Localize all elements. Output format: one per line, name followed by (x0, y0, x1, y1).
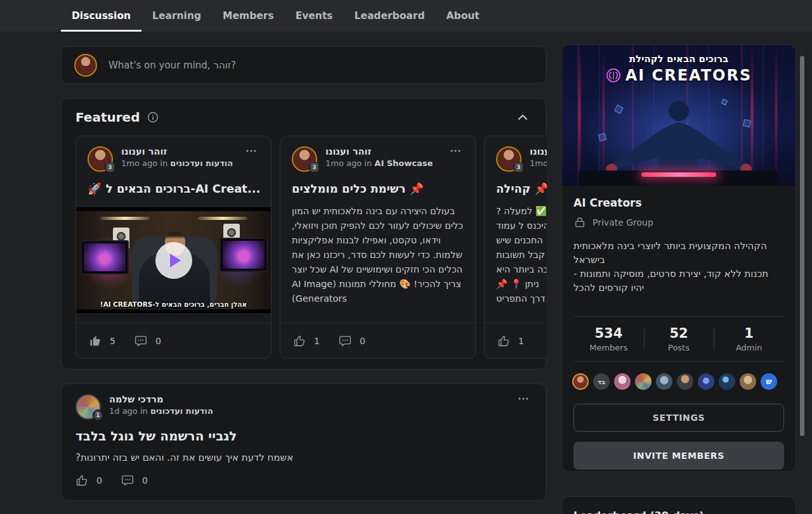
member-avatar[interactable] (635, 373, 652, 390)
like-count: 1 (518, 336, 524, 346)
post-body: אשמח לדעת איך עושים את זה. והאם יש בזה י… (75, 452, 532, 463)
member-avatars-row: בד ש (572, 373, 777, 390)
featured-post-card[interactable]: 3 זוהר וענונו 1mo ago in AI Showcase רשי… (280, 136, 476, 359)
category-link[interactable]: הודעות ועדכונים (150, 406, 213, 416)
tab-bar: Discussion Learning Members Events Leade… (0, 0, 812, 32)
stat-posts[interactable]: 52 Posts (644, 326, 714, 352)
group-cover-image: ברוכים הבאים לקהילת AI CREATORS (562, 45, 796, 186)
post-excerpt: ✅ למעלה ? היכנס ל עמוד התכנים שיש קבל תש… (485, 204, 547, 306)
tab-discussion[interactable]: Discussion (61, 0, 141, 32)
tab-label: Members (223, 10, 274, 22)
brain-logo-icon (606, 68, 621, 83)
like-count: 0 (96, 475, 102, 485)
tab-label: Events (296, 10, 333, 22)
cover-brand-text: AI CREATORS (625, 67, 752, 84)
group-info-card: ברוכים הבאים לקהילת AI CREATORS AI Creat… (561, 44, 796, 472)
post-meta: 1mo ago in הודעות ועדכונים (121, 158, 233, 168)
comment-button[interactable]: 0 (134, 335, 161, 347)
like-count: 5 (110, 336, 115, 346)
member-avatar[interactable] (740, 373, 756, 390)
post-title[interactable]: 🚀 ברוכים הבאים ל-AI Creat... (76, 182, 271, 195)
member-avatar[interactable]: ש (761, 373, 777, 390)
featured-title: Featured (75, 110, 140, 125)
collapse-chevron-icon[interactable] (515, 112, 530, 123)
lock-icon (573, 216, 586, 229)
tab-members[interactable]: Members (212, 0, 285, 32)
comment-button[interactable]: 0 (339, 335, 365, 347)
group-description: הקהילה המקצועית ביותר ליוצרי בינה מלאכות… (573, 239, 784, 295)
group-name: AI Creators (573, 196, 784, 209)
member-avatar[interactable] (572, 373, 589, 390)
like-button[interactable]: 5 (89, 335, 115, 347)
tab-events[interactable]: Events (285, 0, 344, 32)
member-avatar[interactable] (719, 373, 735, 390)
comment-count: 0 (142, 475, 148, 485)
post-title[interactable]: קהילה 📌 (485, 182, 547, 195)
stat-admin[interactable]: 1 Admin (714, 326, 784, 352)
tab-label: About (447, 10, 480, 22)
author-name[interactable]: זוהר וענונו (121, 146, 233, 157)
member-avatar[interactable] (614, 373, 631, 390)
author-name[interactable]: מרדכי שלמה (109, 394, 213, 404)
stat-members[interactable]: 534 Members (573, 326, 644, 352)
comment-button[interactable]: 0 (121, 474, 148, 487)
post-meta: 1mo ago in (530, 158, 547, 168)
tab-label: Discussion (72, 10, 131, 22)
video-caption: אהלן חברים, ברוכים הבאים ל-AI CREATORS! (76, 300, 271, 308)
privacy-label: Private Group (593, 217, 653, 228)
comment-count: 0 (155, 336, 161, 346)
more-options-button[interactable] (243, 146, 259, 155)
like-button[interactable]: 0 (75, 474, 102, 487)
member-avatar[interactable]: בד (593, 373, 610, 390)
composer-prompt: What's on your mind, זוהר? (108, 60, 236, 71)
post-meta: 1mo ago in AI Showcase (325, 158, 433, 168)
scrollbar-thumb[interactable] (800, 56, 804, 436)
more-options-button[interactable] (447, 146, 464, 155)
post-title[interactable]: רשימת כלים מומלצים 📌 (280, 182, 475, 195)
category-link[interactable]: AI Showcase (374, 158, 433, 168)
author-name[interactable]: זוהר וענונו (530, 146, 547, 157)
like-button[interactable]: 1 (293, 335, 320, 347)
feed-post-card[interactable]: 1 מרדכי שלמה 1d ago in הודעות ועדכונים ל… (61, 383, 546, 501)
leaderboard-title: Leaderboard (30-days) (573, 510, 784, 514)
play-icon (170, 254, 181, 267)
like-count: 1 (314, 336, 320, 346)
author-name[interactable]: זוהר וענונו (325, 146, 433, 157)
tab-label: Learning (152, 10, 201, 22)
more-options-button[interactable] (515, 394, 532, 403)
info-icon[interactable] (145, 109, 161, 125)
tab-leaderboard[interactable]: Leaderboard (344, 0, 436, 32)
post-title[interactable]: לגביי הרשמה של גוגל בלבד (75, 428, 532, 444)
post-meta: 1d ago in הודעות ועדכונים (109, 406, 213, 416)
video-thumbnail[interactable]: אהלן חברים, ברוכים הבאים ל-AI CREATORS! (76, 207, 271, 313)
featured-section: Featured 3 זוהר וענונו 1mo ago in הודעות… (61, 98, 546, 369)
featured-post-card[interactable]: 3 זוהר וענונו 1mo ago in קהילה 📌 ✅ למעלה… (484, 136, 547, 359)
group-stats: 534 Members 52 Posts 1 Admin (573, 316, 784, 362)
post-composer[interactable]: What's on your mind, זוהר? (61, 46, 546, 84)
play-button[interactable] (155, 242, 192, 279)
current-user-avatar[interactable] (74, 54, 97, 77)
settings-button[interactable]: SETTINGS (573, 404, 784, 432)
member-avatar[interactable] (656, 373, 672, 390)
cover-figure (584, 94, 774, 183)
member-avatar[interactable] (698, 373, 714, 390)
featured-carousel: 3 זוהר וענונו 1mo ago in הודעות ועדכונים… (75, 136, 547, 359)
tab-learning[interactable]: Learning (141, 0, 212, 32)
comment-count: 0 (360, 336, 365, 346)
member-avatar[interactable] (677, 373, 693, 390)
tab-label: Leaderboard (355, 10, 425, 22)
featured-post-card[interactable]: 3 זוהר וענונו 1mo ago in הודעות ועדכונים… (75, 136, 272, 359)
category-link[interactable]: הודעות ועדכונים (170, 158, 233, 168)
level-badge: 1 (93, 409, 103, 421)
cover-welcome-text: ברוכים הבאים לקהילת (562, 53, 796, 65)
leaderboard-card: Leaderboard (30-days) (561, 496, 796, 514)
invite-members-button[interactable]: INVITE MEMBERS (573, 442, 784, 470)
post-excerpt: בעולם היצירה עם בינה מלאכותית יש המון כל… (280, 204, 475, 306)
like-button[interactable]: 1 (497, 335, 524, 347)
tab-about[interactable]: About (436, 0, 490, 32)
